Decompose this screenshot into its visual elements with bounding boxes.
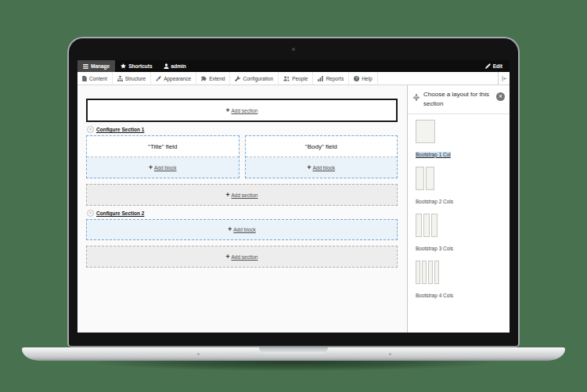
toolbar-item-manage[interactable]: Manage [77, 60, 115, 72]
webcam-icon [292, 48, 295, 51]
layout-pane [416, 120, 435, 143]
menu-item-configuration[interactable]: Configuration [230, 72, 279, 85]
layout-pane [416, 167, 424, 190]
star-icon [121, 63, 126, 69]
plus-icon [226, 107, 230, 114]
laptop-screw [197, 353, 200, 355]
add-block-link[interactable]: Add block [228, 226, 256, 233]
configure-section-1-link[interactable]: Configure Section 1 [96, 127, 144, 132]
menu-item-help[interactable]: ? Help [349, 72, 377, 85]
brush-icon [156, 76, 161, 81]
menu-item-label: Help [362, 76, 372, 81]
layout-option-bootstrap-4-cols[interactable]: Bootstrap 4 Cols [416, 261, 502, 300]
document-icon [82, 76, 87, 81]
layout-pane [416, 261, 420, 284]
admin-menu-bar: Content Structure Appearance Extend [77, 72, 510, 85]
screen: Manage Shortcuts admin Edit [77, 60, 510, 333]
add-block-label: Add block [154, 165, 177, 171]
menu-item-content[interactable]: Content [77, 72, 113, 85]
menu-bar-spacer [378, 72, 498, 85]
add-block-region[interactable]: Add block [246, 157, 398, 178]
layout-options-list: Bootstrap 1 Col Bootstrap 2 Cols [408, 114, 510, 313]
layout-option-label[interactable]: Bootstrap 3 Cols [416, 246, 453, 251]
add-block-link[interactable]: Add block [307, 164, 335, 171]
block-label: "Body" field [305, 143, 337, 150]
layout-chooser-sidebar: Choose a layout for this section Bootstr… [407, 85, 510, 333]
pencil-icon [485, 63, 491, 69]
add-block-region[interactable]: Add block [87, 157, 239, 178]
layout-pane [428, 261, 433, 284]
menu-item-label: Reports [326, 76, 344, 81]
layout-pane [422, 261, 427, 284]
layout-thumbnail-4cols [416, 261, 439, 284]
layout-option-bootstrap-1-col[interactable]: Bootstrap 1 Col [416, 120, 502, 160]
add-section-label: Add section [232, 254, 258, 260]
section-1-column-2: "Body" field Add block [245, 135, 398, 178]
toolbar-item-label: Shortcuts [128, 63, 152, 69]
laptop-notch [259, 347, 328, 354]
menu-item-label: Appearance [164, 76, 191, 81]
block-label: "Title" field [148, 143, 177, 150]
laptop-screw [389, 353, 391, 355]
menu-item-appearance[interactable]: Appearance [151, 72, 196, 85]
layout-pane [423, 214, 430, 237]
toolbar-spacer [192, 60, 478, 72]
collapse-toolbar-icon[interactable] [498, 72, 510, 85]
add-block-label: Add block [312, 165, 335, 171]
wrench-icon [235, 76, 240, 81]
add-section-bottom[interactable]: Add section [86, 246, 398, 268]
layout-builder-workspace: Add section Configure Section 1 "Title" … [77, 85, 510, 333]
help-icon: ? [354, 76, 359, 81]
section-1-columns: "Title" field Add block "Body" field [86, 135, 398, 178]
menu-item-structure[interactable]: Structure [113, 72, 151, 85]
plus-icon [226, 192, 230, 199]
drag-handle-icon[interactable] [413, 94, 420, 101]
menu-item-extend[interactable]: Extend [196, 72, 230, 85]
toolbar-item-admin[interactable]: admin [158, 60, 192, 72]
add-section-top[interactable]: Add section [86, 99, 398, 122]
user-icon [164, 63, 169, 69]
bar-chart-icon [318, 76, 323, 81]
toolbar-item-label: Manage [91, 63, 110, 69]
section-2-add-block-region[interactable]: Add block [86, 219, 398, 240]
body-field-block[interactable]: "Body" field [246, 136, 398, 157]
plus-icon [226, 254, 230, 261]
add-section-link[interactable]: Add section [226, 192, 258, 199]
add-section-label: Add section [232, 192, 258, 198]
laptop-bezel: Manage Shortcuts admin Edit [67, 37, 520, 347]
layout-pane [434, 261, 439, 284]
layout-thumbnail-3cols [416, 214, 438, 237]
configure-section-2-link[interactable]: Configure Section 2 [96, 210, 144, 216]
layout-builder-canvas: Add section Configure Section 1 "Title" … [77, 85, 407, 333]
layout-option-label[interactable]: Bootstrap 1 Col [416, 152, 451, 157]
add-section-link[interactable]: Add section [226, 107, 258, 114]
toolbar-item-label: admin [171, 63, 186, 69]
people-icon [283, 76, 290, 81]
add-block-link[interactable]: Add block [149, 164, 177, 171]
plus-icon [307, 164, 311, 171]
menu-item-people[interactable]: People [279, 72, 313, 85]
edit-button[interactable]: Edit [478, 60, 510, 72]
layout-thumbnail-2cols [416, 167, 434, 190]
layout-option-label[interactable]: Bootstrap 2 Cols [416, 199, 453, 204]
laptop-base [22, 347, 565, 361]
add-section-middle[interactable]: Add section [86, 184, 398, 206]
toolbar-item-shortcuts[interactable]: Shortcuts [115, 60, 157, 72]
layout-pane [431, 214, 438, 237]
puzzle-icon [201, 76, 207, 81]
remove-section-icon[interactable] [87, 126, 94, 133]
sitemap-icon [117, 76, 123, 81]
layout-option-bootstrap-3-cols[interactable]: Bootstrap 3 Cols [416, 214, 502, 254]
menu-item-label: Extend [209, 76, 225, 81]
section-1-column-1: "Title" field Add block [86, 135, 239, 178]
menu-item-label: Configuration [243, 76, 273, 81]
add-section-link[interactable]: Add section [226, 254, 258, 261]
sidebar-title: Choose a layout for this section [423, 90, 492, 110]
plus-icon [149, 164, 153, 171]
menu-item-reports[interactable]: Reports [313, 72, 349, 85]
title-field-block[interactable]: "Title" field [87, 136, 239, 157]
layout-option-label[interactable]: Bootstrap 4 Cols [416, 293, 453, 298]
remove-section-icon[interactable] [87, 210, 94, 217]
close-icon[interactable] [496, 92, 505, 101]
layout-option-bootstrap-2-cols[interactable]: Bootstrap 2 Cols [416, 167, 502, 207]
